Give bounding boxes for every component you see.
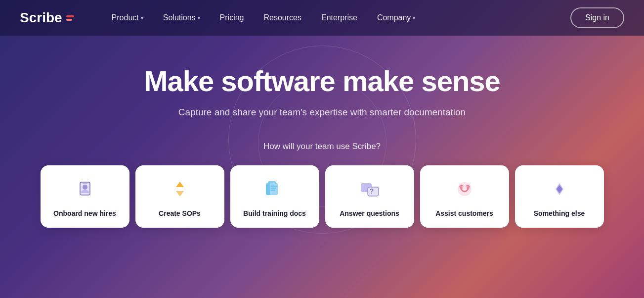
card-label-questions: Answer questions <box>340 209 399 218</box>
hero-title: Make software make sense <box>144 65 500 97</box>
svg-rect-7 <box>270 183 278 195</box>
use-label: How will your team use Scribe? <box>263 142 381 151</box>
nav-label-company: Company <box>377 13 411 22</box>
sop-icon <box>168 177 192 201</box>
chevron-down-icon: ▾ <box>141 15 143 21</box>
nav-label-solutions: Solutions <box>163 13 196 22</box>
card-else[interactable]: Something else <box>515 165 604 228</box>
card-label-training: Build training docs <box>243 209 306 218</box>
logo-bar-2 <box>66 19 72 21</box>
card-label-else: Something else <box>534 209 585 218</box>
nav-label-pricing: Pricing <box>220 13 244 22</box>
hero-section: Make software make sense Capture and sha… <box>0 36 644 228</box>
else-icon <box>548 177 571 201</box>
nav-item-pricing[interactable]: Pricing <box>212 9 252 26</box>
card-label-onboard: Onboard new hires <box>53 209 116 218</box>
chevron-down-icon: ▾ <box>413 15 415 21</box>
hero-subtitle: Capture and share your team's expertise … <box>178 107 466 118</box>
onboard-icon <box>73 177 97 201</box>
customers-icon <box>453 177 476 201</box>
logo-bar-1 <box>66 15 74 17</box>
card-training[interactable]: Build training docs <box>230 165 319 228</box>
nav-item-resources[interactable]: Resources <box>256 9 309 26</box>
card-customers[interactable]: Assist customers <box>420 165 509 228</box>
card-onboard[interactable]: Onboard new hires <box>41 165 129 228</box>
nav-item-solutions[interactable]: Solutions ▾ <box>155 9 208 26</box>
nav-label-product: Product <box>112 13 139 22</box>
questions-icon: ? <box>358 177 382 201</box>
card-questions[interactable]: ? Answer questions <box>325 165 414 228</box>
logo-text: Scribe <box>20 10 62 26</box>
svg-rect-2 <box>83 183 87 184</box>
card-sops[interactable]: Create SOPs <box>135 165 224 228</box>
logo-icon <box>66 15 74 21</box>
nav-links: Product ▾ Solutions ▾ Pricing Resources … <box>104 9 570 26</box>
card-label-sops: Create SOPs <box>159 209 201 218</box>
sign-in-button[interactable]: Sign in <box>570 7 624 28</box>
nav-item-enterprise[interactable]: Enterprise <box>313 9 365 26</box>
nav-item-company[interactable]: Company ▾ <box>369 9 423 26</box>
nav-right: Sign in <box>570 7 624 28</box>
logo[interactable]: Scribe <box>20 10 74 26</box>
cards-container: Onboard new hires Create SOPs <box>1 165 644 228</box>
nav-item-product[interactable]: Product ▾ <box>104 9 151 26</box>
svg-marker-4 <box>176 191 184 197</box>
nav-label-resources: Resources <box>263 13 301 22</box>
svg-point-11 <box>458 182 472 196</box>
chevron-down-icon: ▾ <box>198 15 200 21</box>
svg-point-1 <box>83 185 87 190</box>
svg-text:?: ? <box>369 187 374 195</box>
navbar: Scribe Product ▾ Solutions ▾ Pricing Res… <box>0 0 644 36</box>
nav-label-enterprise: Enterprise <box>321 13 357 22</box>
training-icon <box>263 177 287 201</box>
card-label-customers: Assist customers <box>435 209 493 218</box>
svg-marker-3 <box>176 182 184 187</box>
